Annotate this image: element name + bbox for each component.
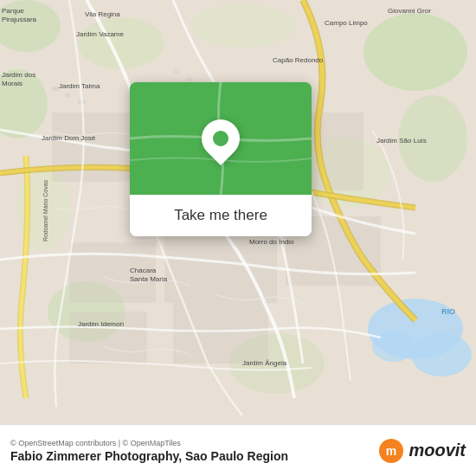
- svg-rect-14: [52, 87, 59, 91]
- footer-title: Fabio Zimmerer Photography, Sao Paulo Re…: [10, 449, 288, 463]
- svg-point-5: [78, 17, 164, 69]
- svg-rect-18: [186, 78, 193, 81]
- footer: © OpenStreetMap contributors | © OpenMap…: [0, 424, 476, 476]
- svg-point-6: [190, 4, 294, 48]
- footer-left: © OpenStreetMap contributors | © OpenMap…: [10, 439, 288, 463]
- location-pin: [202, 119, 240, 158]
- attribution-text: © OpenStreetMap contributors | © OpenMap…: [10, 439, 288, 447]
- moovit-label: moovit: [408, 441, 466, 460]
- svg-text:m: m: [386, 444, 396, 458]
- svg-point-1: [363, 13, 467, 91]
- popup-map-area: [130, 82, 312, 195]
- map-container: Giovanni Gror Campo Limpo Capão Redondo …: [0, 0, 476, 424]
- svg-point-4: [398, 95, 467, 182]
- svg-rect-15: [65, 93, 70, 97]
- svg-point-12: [411, 333, 472, 376]
- popup-button-area: Take me there: [130, 195, 312, 236]
- label-rodoanel: Rodoanel Mário Covas: [42, 159, 48, 263]
- popup-card: Take me there: [130, 82, 312, 236]
- moovit-icon: m: [377, 437, 405, 465]
- svg-point-13: [372, 331, 415, 362]
- svg-rect-17: [173, 69, 179, 74]
- moovit-logo: m moovit: [377, 437, 466, 465]
- svg-rect-27: [69, 312, 147, 363]
- svg-rect-24: [69, 242, 156, 303]
- take-me-there-button[interactable]: Take me there: [144, 207, 298, 224]
